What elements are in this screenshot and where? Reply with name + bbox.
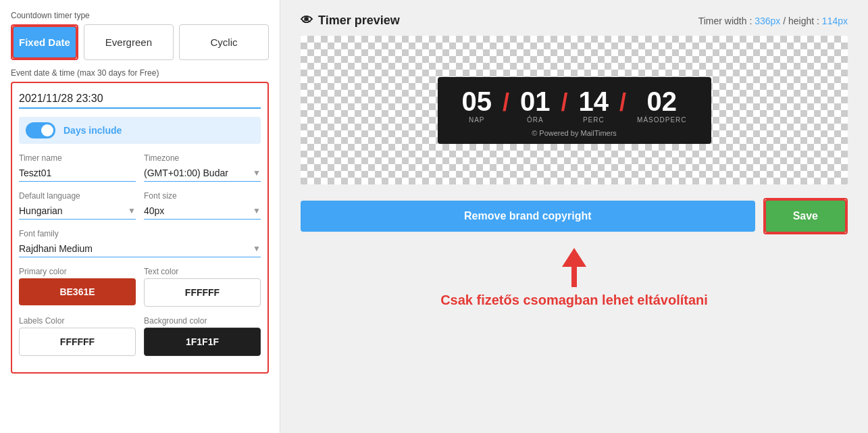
preview-title-text: Timer preview	[318, 14, 400, 28]
days-include-label: Days include	[63, 125, 122, 136]
timezone-group: Timezone (GMT+01:00) Budar ▼	[144, 153, 261, 182]
height-value: 114px	[822, 16, 848, 26]
timer-widget: 05 NAP / 01 ÓRA / 14 PERC / 02 MÁSODPERC	[438, 77, 711, 144]
note-text: Csak fizetős csomagban lehet eltávolítan…	[440, 292, 708, 308]
timer-name-timezone-row: Timer name Teszt01 Timezone (GMT+01:00) …	[19, 153, 261, 182]
action-row: Remove brand copyright Save	[301, 198, 848, 234]
timer-seconds-unit: 02 MÁSODPERC	[626, 88, 697, 124]
default-lang-group: Default language Hungarian ▼	[19, 191, 136, 220]
font-size-label: Font size	[144, 191, 261, 201]
timer-days-label: NAP	[469, 116, 485, 124]
timer-seconds-label: MÁSODPERC	[637, 116, 686, 124]
text-color-group: Text color FFFFFF	[144, 267, 261, 307]
separator-1: /	[503, 88, 509, 115]
bg-color-group: Background color 1F1F1F	[144, 316, 261, 356]
preview-dimensions: Timer width : 336px / height : 114px	[698, 16, 848, 26]
toggle-row: Days include	[19, 117, 261, 144]
width-value: 336px	[755, 16, 780, 26]
primary-color-label: Primary color	[19, 267, 136, 276]
timer-type-label: Countdown timer type	[11, 11, 269, 20]
labels-bg-color-row: Labels Color FFFFFF Background color 1F1…	[19, 316, 261, 356]
timer-minutes-unit: 14 PERC	[568, 88, 620, 124]
timer-days-unit: 05 NAP	[451, 88, 503, 124]
event-section: Days include Timer name Teszt01 Timezone…	[11, 82, 269, 374]
preview-area: 05 NAP / 01 ÓRA / 14 PERC / 02 MÁSODPERC	[301, 36, 848, 184]
separator-3: /	[619, 88, 626, 115]
event-date-input[interactable]	[19, 90, 261, 109]
right-panel: 👁 Timer preview Timer width : 336px / he…	[280, 0, 868, 433]
labels-color-swatch[interactable]: FFFFFF	[19, 328, 136, 356]
fontfamily-chevron-icon: ▼	[253, 244, 261, 253]
left-panel: Countdown timer type Fixed Date Evergree…	[0, 0, 280, 433]
font-size-value[interactable]: 40px ▼	[144, 203, 261, 220]
timer-days-number: 05	[462, 88, 492, 115]
fixed-date-button[interactable]: Fixed Date	[12, 26, 77, 59]
powered-by-text: © Powered by MailTimers	[532, 129, 617, 137]
height-label: / height :	[783, 16, 819, 26]
timer-name-value: Teszt01	[19, 165, 136, 182]
bg-color-label: Background color	[144, 316, 261, 326]
timezone-value[interactable]: (GMT+01:00) Budar ▼	[144, 165, 261, 182]
eye-icon: 👁	[301, 14, 313, 28]
primary-text-color-row: Primary color BE361E Text color FFFFFF	[19, 267, 261, 307]
primary-color-group: Primary color BE361E	[19, 267, 136, 307]
timer-type-row: Fixed Date Evergreen Cyclic	[11, 24, 269, 60]
preview-header: 👁 Timer preview Timer width : 336px / he…	[301, 14, 848, 28]
arrow-note: Csak fizetős csomagban lehet eltávolítan…	[301, 248, 848, 308]
timer-name-label: Timer name	[19, 153, 136, 163]
timer-minutes-label: PERC	[583, 116, 605, 124]
font-family-row: Font family Rajdhani Medium ▼	[19, 229, 261, 257]
lang-chevron-icon: ▼	[128, 206, 136, 215]
fontsize-chevron-icon: ▼	[253, 206, 261, 215]
timezone-chevron-icon: ▼	[253, 168, 261, 178]
timer-hours-number: 01	[520, 88, 551, 115]
timer-minutes-number: 14	[579, 88, 609, 115]
lang-fontsize-row: Default language Hungarian ▼ Font size 4…	[19, 191, 261, 220]
timer-hours-unit: 01 ÓRA	[509, 88, 561, 124]
font-size-group: Font size 40px ▼	[144, 191, 261, 220]
text-color-label: Text color	[144, 267, 261, 276]
timezone-label: Timezone	[144, 153, 261, 163]
font-family-group: Font family Rajdhani Medium ▼	[19, 229, 261, 257]
bg-color-swatch[interactable]: 1F1F1F	[144, 328, 261, 356]
default-lang-value[interactable]: Hungarian ▼	[19, 203, 136, 220]
labels-color-label: Labels Color	[19, 316, 136, 326]
arrow-stem	[571, 267, 577, 287]
preview-title-container: 👁 Timer preview	[301, 14, 400, 28]
width-label: Timer width :	[698, 16, 752, 26]
font-family-label: Font family	[19, 229, 261, 238]
default-lang-label: Default language	[19, 191, 136, 201]
text-color-swatch[interactable]: FFFFFF	[144, 278, 261, 307]
timer-name-group: Timer name Teszt01	[19, 153, 136, 182]
save-button[interactable]: Save	[765, 199, 846, 233]
font-family-value[interactable]: Rajdhani Medium ▼	[19, 240, 261, 257]
evergreen-button[interactable]: Evergreen	[84, 24, 174, 60]
primary-color-swatch[interactable]: BE361E	[19, 278, 136, 305]
event-date-label: Event date & time (max 30 days for Free)	[11, 68, 269, 78]
timer-digits: 05 NAP / 01 ÓRA / 14 PERC / 02 MÁSODPERC	[451, 88, 698, 124]
timer-hours-label: ÓRA	[527, 116, 544, 124]
labels-color-group: Labels Color FFFFFF	[19, 316, 136, 356]
remove-brand-copyright-button[interactable]: Remove brand copyright	[301, 201, 755, 232]
timer-seconds-number: 02	[647, 88, 678, 115]
arrow-up-icon	[562, 248, 586, 267]
separator-2: /	[561, 88, 568, 115]
arrow-container	[562, 248, 586, 287]
cyclic-button[interactable]: Cyclic	[179, 24, 269, 60]
days-include-toggle[interactable]	[26, 122, 55, 138]
